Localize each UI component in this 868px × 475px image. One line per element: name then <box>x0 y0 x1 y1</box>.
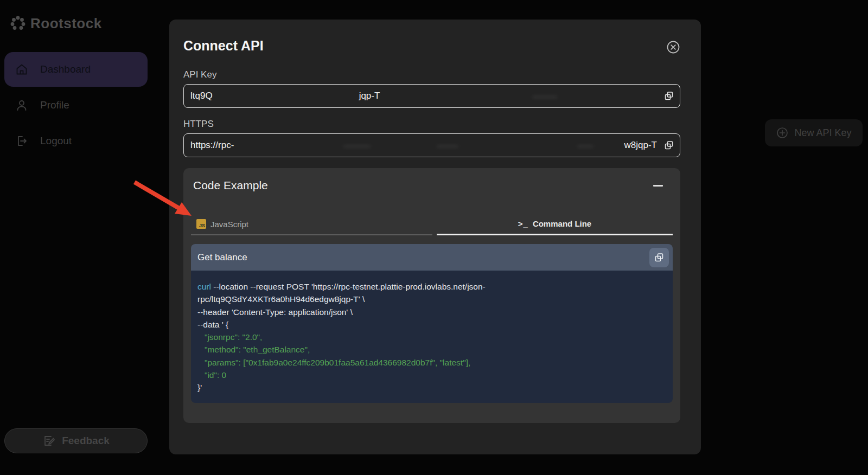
code-block[interactable]: curl --location --request POST 'https://… <box>191 271 673 403</box>
sidebar-item-label: Logout <box>40 135 72 147</box>
home-icon <box>15 63 28 76</box>
code-line: "jsonrpc": "2.0", <box>197 331 666 343</box>
sidebar-item-dashboard[interactable]: Dashboard <box>4 52 148 87</box>
redacted-blur <box>532 96 557 98</box>
sidebar-item-logout[interactable]: Logout <box>4 129 148 153</box>
redacted-blur <box>577 145 593 147</box>
tab-command-line-label: Command Line <box>533 219 591 228</box>
code-line: "id": 0 <box>197 369 666 381</box>
api-key-label: API Key <box>183 69 680 80</box>
code-line: }' <box>197 381 666 394</box>
code-line: "method": "eth_getBalance", <box>197 343 666 356</box>
tab-javascript[interactable]: JS JavaScript <box>191 214 432 235</box>
javascript-icon: JS <box>196 219 206 229</box>
close-icon[interactable] <box>666 40 680 54</box>
https-value-start: https://rpc- <box>190 140 234 151</box>
copy-api-key-icon[interactable] <box>663 91 674 101</box>
copy-https-icon[interactable] <box>663 140 674 151</box>
https-value-end: w8jqp-T <box>624 140 657 151</box>
tab-javascript-label: JavaScript <box>210 220 248 229</box>
api-key-value-start: ltq9Q <box>190 91 213 101</box>
https-label: HTTPS <box>183 119 680 130</box>
plus-circle-icon <box>776 126 789 139</box>
feedback-label: Feedback <box>62 435 110 447</box>
sidebar: Rootstock Dashboard Profile Logout <box>0 0 156 475</box>
connect-api-modal: Connect API API Key ltq9Q jqp-T HTTPS ht… <box>169 20 701 454</box>
new-api-key-button[interactable]: New API Key <box>765 119 863 146</box>
https-field[interactable]: https://rpc- w8jqp-T <box>183 133 680 157</box>
api-key-field[interactable]: ltq9Q jqp-T <box>183 84 680 108</box>
collapse-icon[interactable] <box>653 185 663 187</box>
user-icon <box>15 99 28 112</box>
new-api-key-label: New API Key <box>794 127 851 139</box>
snippet-header: Get balance <box>191 244 673 271</box>
sidebar-item-label: Dashboard <box>40 63 91 75</box>
snippet-title: Get balance <box>197 252 247 263</box>
code-language-tabs: JS JavaScript >_ Command Line <box>191 214 673 235</box>
redacted-blur <box>343 145 371 147</box>
code-line: --header 'Content-Type: application/json… <box>197 306 666 318</box>
code-line: rpc/ltq9QSdY4XKTr6a0hH94d6edgw8jqp-T' \ <box>197 293 666 305</box>
feedback-button[interactable]: Feedback <box>4 428 148 453</box>
logout-icon <box>15 134 28 147</box>
code-line: "params": ["0x1fab9a0e24ffc209b01faa5a61… <box>197 356 666 369</box>
code-example-title: Code Example <box>193 179 268 192</box>
code-line: curl --location --request POST 'https://… <box>197 280 666 293</box>
feedback-edit-icon <box>42 434 55 447</box>
terminal-prompt-icon: >_ <box>518 219 528 228</box>
code-snippet: Get balance curl --location --request PO… <box>191 244 673 403</box>
sidebar-item-profile[interactable]: Profile <box>4 93 148 117</box>
redacted-blur <box>437 145 458 147</box>
rootstock-logo-icon <box>9 14 27 33</box>
copy-code-button[interactable] <box>649 248 669 267</box>
logo-text: Rootstock <box>30 15 102 32</box>
api-key-value-mid: jqp-T <box>359 91 380 101</box>
code-line: --data ' { <box>197 318 666 331</box>
sidebar-item-label: Profile <box>40 99 69 111</box>
modal-title: Connect API <box>183 38 264 54</box>
rootstock-logo: Rootstock <box>9 14 102 33</box>
tab-command-line[interactable]: >_ Command Line <box>437 214 673 235</box>
code-example-card: Code Example JS JavaScript >_ Command Li… <box>183 168 680 423</box>
